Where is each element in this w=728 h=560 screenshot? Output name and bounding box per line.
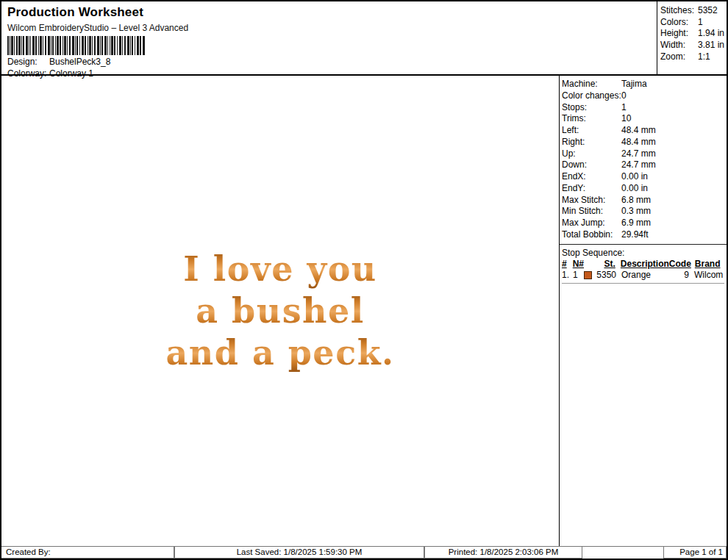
stat-label: Stitches:	[660, 5, 698, 17]
info-row-max-jump: Max Jump: 6.9 mm	[562, 218, 724, 229]
stats-box: Stitches: 5352 Colors: 1 Height: 1.94 in…	[657, 1, 727, 74]
production-worksheet-page: Production Worksheet Wilcom EmbroiderySt…	[0, 0, 728, 560]
embroidery-text-line: a bushel	[196, 290, 365, 332]
row-n: 1	[573, 270, 584, 281]
info-panel: Machine: Tajima Color changes: 0 Stops: …	[559, 76, 727, 546]
design-row: Design: BushelPeck3_8	[7, 57, 657, 67]
stop-sequence: Stop Sequence: # N# St. Description Code…	[560, 245, 727, 284]
stat-colors: Colors: 1	[660, 17, 727, 29]
info-label: Up:	[562, 148, 621, 160]
design-canvas: I love you a bushel and a peck.	[1, 76, 559, 546]
header: Production Worksheet Wilcom EmbroiderySt…	[1, 1, 727, 76]
info-label: Min Stitch:	[562, 206, 621, 218]
info-value: 6.8 mm	[621, 195, 651, 207]
row-num: 1.	[562, 270, 573, 281]
stat-label: Colors:	[660, 17, 698, 29]
thread-color-swatch	[584, 271, 592, 279]
info-row-color-changes: Color changes: 0	[562, 90, 724, 102]
col-header-brand: Brand	[690, 259, 724, 270]
info-row-up: Up: 24.7 mm	[562, 148, 724, 160]
col-header-n: N#	[573, 259, 584, 270]
header-left: Production Worksheet Wilcom EmbroiderySt…	[1, 1, 657, 74]
info-label: EndX:	[562, 171, 621, 183]
stop-sequence-row: 1. 1 5350 Orange 9 Wilcom	[562, 270, 724, 281]
colorway-name: Colorway 1	[49, 68, 93, 79]
info-label: Left:	[562, 125, 621, 137]
info-row-total-bobbin: Total Bobbin: 29.94ft	[562, 229, 724, 241]
info-row-right: Right: 48.4 mm	[562, 137, 724, 148]
stat-value: 1	[698, 17, 703, 29]
stop-sequence-header-row: # N# St. Description Code Brand	[562, 259, 724, 270]
info-label: EndY:	[562, 183, 621, 195]
embroidery-text-line: and a peck.	[165, 332, 394, 374]
stat-height: Height: 1.94 in	[660, 28, 727, 40]
stat-value: 3.81 in	[698, 40, 724, 51]
col-header-code: Code	[669, 259, 690, 270]
stat-zoom: Zoom: 1:1	[660, 51, 727, 63]
info-label: Trims:	[562, 113, 621, 125]
info-row-max-stitch: Max Stitch: 6.8 mm	[562, 195, 724, 207]
stat-width: Width: 3.81 in	[660, 40, 727, 51]
stat-value: 5352	[698, 5, 718, 17]
row-st: 5350	[594, 270, 616, 281]
design-name: BushelPeck3_8	[49, 57, 110, 67]
stat-label: Width:	[660, 40, 698, 51]
info-row-machine: Machine: Tajima	[562, 79, 724, 90]
created-by-label: Created By:	[1, 547, 174, 559]
stat-stitches: Stitches: 5352	[660, 5, 727, 17]
row-brand: Wilcom	[689, 270, 724, 281]
col-header-st: St.	[593, 259, 615, 270]
info-label: Down:	[562, 159, 621, 171]
embroidery-text-line: I love you	[183, 248, 377, 290]
machine-info: Machine: Tajima Color changes: 0 Stops: …	[560, 76, 727, 245]
colorway-label: Colorway:	[7, 68, 49, 79]
info-row-endx: EndX: 0.00 in	[562, 171, 724, 183]
info-value: 24.7 mm	[621, 159, 656, 171]
info-value: 29.94ft	[621, 229, 649, 241]
printed-label: Printed: 1/8/2025 2:03:06 PM	[424, 547, 582, 559]
barcode-icon	[7, 36, 146, 55]
info-row-endy: EndY: 0.00 in	[562, 183, 724, 195]
footer: Created By: Last Saved: 1/8/2025 1:59:30…	[1, 546, 727, 559]
design-label: Design:	[7, 57, 49, 67]
page-title: Production Worksheet	[7, 5, 657, 20]
info-label: Stops:	[562, 102, 621, 114]
footer-spacer	[582, 547, 663, 559]
info-value: 0	[621, 90, 627, 102]
info-value: 0.00 in	[621, 171, 648, 183]
info-row-down: Down: 24.7 mm	[562, 159, 724, 171]
colorway-row: Colorway: Colorway 1	[7, 68, 657, 79]
info-value: 48.4 mm	[621, 137, 656, 148]
stop-sequence-title: Stop Sequence:	[562, 247, 724, 259]
info-value: Tajima	[621, 79, 647, 90]
info-row-trims: Trims: 10	[562, 113, 724, 125]
stat-value: 1:1	[698, 51, 710, 63]
stat-label: Height:	[660, 28, 698, 40]
info-label: Total Bobbin:	[562, 229, 621, 241]
info-label: Right:	[562, 137, 621, 148]
info-value: 48.4 mm	[621, 125, 656, 137]
page-number: Page 1 of 1	[663, 547, 727, 559]
last-saved-label: Last Saved: 1/8/2025 1:59:30 PM	[174, 547, 424, 559]
info-value: 6.9 mm	[621, 218, 651, 229]
info-value: 0.3 mm	[621, 206, 651, 218]
stat-label: Zoom:	[660, 51, 698, 63]
info-value: 1	[621, 102, 627, 114]
row-description: Orange	[616, 270, 668, 281]
thread-swatch-cell	[584, 271, 594, 279]
info-value: 24.7 mm	[621, 148, 656, 160]
app-subtitle: Wilcom EmbroideryStudio – Level 3 Advanc…	[7, 23, 657, 33]
info-label: Color changes:	[562, 90, 621, 102]
col-header-num: #	[562, 259, 573, 270]
info-label: Max Stitch:	[562, 195, 621, 207]
col-header-description: Description	[615, 259, 669, 270]
info-row-stops: Stops: 1	[562, 102, 724, 114]
stop-sequence-table: # N# St. Description Code Brand 1. 1 535…	[562, 259, 724, 284]
info-label: Max Jump:	[562, 218, 621, 229]
info-value: 10	[621, 113, 631, 125]
row-code: 9	[668, 270, 689, 281]
info-label: Machine:	[562, 79, 621, 90]
info-row-min-stitch: Min Stitch: 0.3 mm	[562, 206, 724, 218]
info-value: 0.00 in	[621, 183, 648, 195]
main-area: I love you a bushel and a peck. Machine:…	[1, 76, 727, 546]
